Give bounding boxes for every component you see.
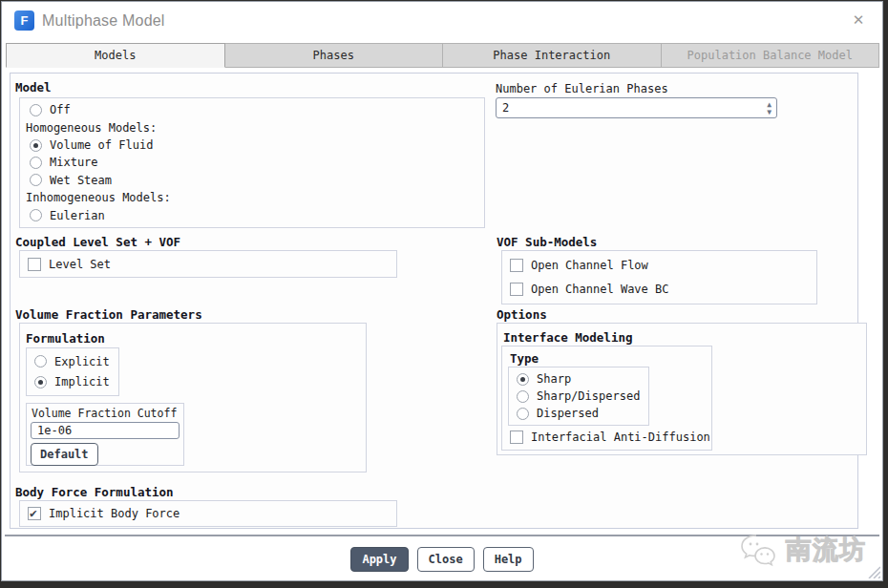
tab-models[interactable]: Models — [6, 43, 225, 68]
checkbox-icon — [28, 258, 41, 271]
vof-submodels-box: Open Channel Flow Open Channel Wave BC — [501, 250, 817, 304]
radio-eulerian[interactable]: Eulerian — [20, 209, 484, 222]
volume-fraction-box: Formulation Explicit Implicit Volume Fra… — [19, 323, 367, 472]
radio-icon — [30, 157, 42, 169]
checkbox-implicit-body-force[interactable]: Implicit Body Force — [20, 501, 396, 526]
radio-icon — [34, 376, 47, 388]
watermark: 南流坊 — [739, 533, 866, 567]
radio-icon — [30, 174, 42, 186]
checkbox-level-set[interactable]: Level Set — [20, 251, 396, 277]
eulerian-phases-input[interactable] — [497, 99, 767, 116]
checkbox-icon — [510, 283, 523, 296]
radio-mixture[interactable]: Mixture — [20, 156, 484, 169]
radio-icon — [30, 104, 42, 116]
window-title: Multiphase Model — [42, 11, 165, 31]
resize-grip[interactable] — [865, 563, 880, 578]
radio-icon — [30, 139, 42, 152]
coupled-levelset-box: Level Set — [19, 250, 397, 278]
spinner-down-icon[interactable]: ▼ — [767, 109, 772, 116]
help-button[interactable]: Help — [483, 547, 534, 572]
homogeneous-models-label: Homogeneous Models: — [20, 121, 484, 135]
wechat-icon — [739, 533, 781, 567]
checkbox-open-channel-flow[interactable]: Open Channel Flow — [502, 259, 816, 272]
radio-volume-of-fluid[interactable]: Volume of Fluid — [20, 138, 484, 152]
vof-submodels-title: VOF Sub-Models — [497, 235, 597, 249]
spinner-up-icon[interactable]: ▲ — [767, 101, 772, 108]
options-title: Options — [497, 307, 547, 322]
model-group-box: Off Homogeneous Models: Volume of Fluid … — [19, 97, 485, 228]
multiphase-model-dialog: F Multiphase Model ✕ Models Phases Phase… — [1, 1, 883, 581]
checkbox-icon — [510, 430, 523, 444]
radio-sharp[interactable]: Sharp — [509, 372, 648, 386]
type-box: Sharp Sharp/Dispersed Dispersed — [508, 367, 649, 426]
checkbox-icon — [510, 259, 523, 272]
tab-phases[interactable]: Phases — [224, 43, 444, 68]
radio-wet-steam[interactable]: Wet Steam — [20, 174, 484, 187]
checkbox-interfacial-anti-diffusion[interactable]: Interfacial Anti-Diffusion — [502, 430, 710, 444]
eulerian-phases-label: Number of Eulerian Phases — [496, 82, 668, 95]
coupled-levelset-title: Coupled Level Set + VOF — [15, 235, 180, 249]
radio-icon — [517, 373, 529, 386]
type-title: Type — [510, 351, 539, 366]
tab-bar: Models Phases Phase Interaction Populati… — [6, 43, 878, 68]
close-button[interactable]: Close — [417, 547, 475, 572]
inhomogeneous-models-label: Inhomogeneous Models: — [20, 191, 484, 204]
cutoff-box: Volume Fraction Cutoff Default — [26, 403, 184, 466]
models-tab-panel: Model Off Homogeneous Models: Volume of … — [10, 73, 858, 529]
checkbox-open-channel-wave-bc[interactable]: Open Channel Wave BC — [502, 283, 816, 296]
cutoff-label: Volume Fraction Cutoff — [32, 407, 177, 420]
formulation-title: Formulation — [26, 331, 105, 346]
tab-population-balance-model: Population Balance Model — [661, 43, 880, 68]
radio-icon — [517, 390, 529, 403]
radio-icon — [34, 355, 47, 368]
model-group-title: Model — [15, 80, 52, 94]
spinner-arrows[interactable]: ▲ ▼ — [767, 101, 776, 116]
watermark-text: 南流坊 — [786, 533, 866, 567]
body-force-box: Implicit Body Force — [19, 500, 397, 527]
cutoff-input[interactable] — [31, 422, 180, 439]
apply-button[interactable]: Apply — [350, 547, 408, 572]
radio-implicit[interactable]: Implicit — [27, 375, 118, 388]
radio-off[interactable]: Off — [20, 103, 484, 116]
close-icon[interactable]: ✕ — [848, 10, 869, 31]
formulation-box: Explicit Implicit — [26, 347, 119, 396]
radio-sharp-dispersed[interactable]: Sharp/Dispersed — [509, 389, 648, 403]
fluent-app-icon: F — [14, 10, 34, 31]
checkbox-icon — [28, 507, 41, 520]
radio-explicit[interactable]: Explicit — [27, 355, 118, 368]
tab-phase-interaction[interactable]: Phase Interaction — [442, 43, 662, 68]
default-button[interactable]: Default — [31, 443, 98, 466]
radio-icon — [517, 408, 529, 420]
options-box: Interface Modeling Type Sharp Sharp/Disp… — [497, 323, 867, 455]
radio-dispersed[interactable]: Dispersed — [509, 407, 648, 420]
interface-modeling-title: Interface Modeling — [503, 330, 632, 345]
interface-modeling-box: Type Sharp Sharp/Dispersed D — [501, 346, 712, 451]
body-force-title: Body Force Formulation — [15, 485, 174, 499]
eulerian-phases-spinner: ▲ ▼ — [496, 97, 777, 118]
radio-icon — [30, 209, 42, 221]
titlebar: F Multiphase Model ✕ — [2, 2, 882, 42]
volume-fraction-title: Volume Fraction Parameters — [15, 307, 202, 322]
